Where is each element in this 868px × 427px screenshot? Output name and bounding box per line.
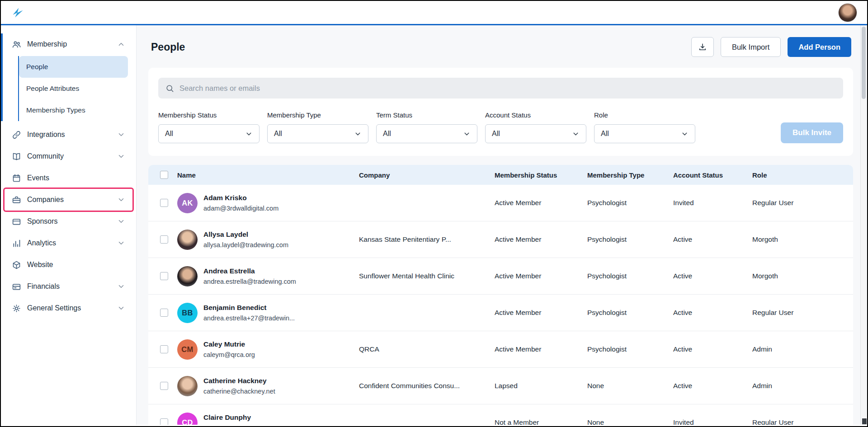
cell-membership-status: Active Member — [495, 345, 587, 353]
row-checkbox[interactable] — [160, 235, 168, 244]
row-checkbox[interactable] — [160, 345, 168, 353]
sidebar-item-companies[interactable]: Companies — [5, 189, 132, 211]
sidebar-subitem-people[interactable]: People — [19, 56, 128, 78]
row-checkbox[interactable] — [160, 418, 168, 425]
main-content: People Bulk Import Add Person — [137, 25, 860, 425]
account-status-select[interactable]: All — [485, 124, 586, 143]
cell-role: Morgoth — [752, 272, 853, 280]
sidebar-item-events[interactable]: Events — [5, 167, 132, 189]
bulk-import-button[interactable]: Bulk Import — [721, 37, 781, 57]
cell-role: Regular User — [752, 199, 853, 207]
briefcase-icon — [12, 195, 21, 205]
export-download-button[interactable] — [691, 37, 714, 57]
cell-membership-status: Active Member — [495, 272, 587, 280]
chevron-up-icon — [117, 40, 125, 48]
select-all-checkbox[interactable] — [160, 171, 168, 179]
search-input[interactable] — [179, 84, 836, 93]
table-row[interactable]: Allysa Laydel allysa.laydel@tradewing.co… — [148, 221, 853, 258]
cell-membership-type: Psychologist — [587, 199, 673, 207]
sidebar-item-label: Sponsors — [27, 217, 58, 225]
cell-account-status: Invited — [673, 418, 752, 425]
chevron-down-icon — [117, 152, 125, 160]
sidebar-item-website[interactable]: Website — [5, 254, 132, 276]
vertical-scrollbar[interactable] — [860, 25, 867, 425]
membership-status-select[interactable]: All — [158, 124, 259, 143]
scrollbar-thumb[interactable] — [862, 27, 866, 99]
row-checkbox[interactable] — [160, 309, 168, 317]
table-row[interactable]: Andrea Estrella andrea.estrella@tradewin… — [148, 258, 853, 295]
avatar-initials: BB — [177, 303, 198, 323]
cell-account-status: Active — [673, 309, 752, 317]
app-logo[interactable] — [11, 6, 24, 19]
table-row[interactable]: BB Benjamin Benedict andrea.estrella+27@… — [148, 295, 853, 331]
membership-type-select[interactable]: All — [267, 124, 368, 143]
avatar-photo — [177, 230, 198, 250]
table-row[interactable]: CD Claire Dunphy asvestrella+1@gmail.com… — [148, 404, 853, 425]
cell-company: Kansas State Penitentiary P... — [359, 235, 495, 244]
table-row[interactable]: CM Caley Mutrie caleym@qrca.org QRCA Act… — [148, 331, 853, 368]
calendar-icon — [12, 174, 21, 183]
cell-company: QRCA — [359, 345, 495, 353]
search-box — [158, 78, 843, 99]
app-window: { "colors": { "accent": "#1467c8", "anno… — [0, 0, 868, 427]
cell-company: Confident Communities Consu... — [359, 382, 495, 390]
chevron-down-icon — [572, 130, 580, 138]
column-header-name: Name — [177, 171, 359, 179]
sidebar-item-general-settings[interactable]: General Settings — [5, 297, 132, 319]
table-header-row: Name Company Membership Status Membershi… — [148, 165, 853, 185]
book-icon — [12, 152, 21, 161]
role-select[interactable]: All — [594, 124, 695, 143]
filter-account-status: Account Status All — [485, 111, 586, 143]
sidebar-item-sponsors[interactable]: Sponsors — [5, 211, 132, 232]
credit-card-icon — [12, 282, 21, 291]
avatar-initials: CD — [177, 413, 198, 425]
add-person-button[interactable]: Add Person — [788, 37, 851, 57]
sidebar-item-label: Membership — [27, 40, 67, 48]
person-email: adam@3rdwalldigital.com — [203, 205, 359, 212]
person-name: Claire Dunphy — [203, 413, 359, 422]
column-header-company: Company — [359, 171, 495, 179]
sidebar-item-membership[interactable]: Membership — [5, 33, 132, 55]
person-name: Catherine Hackney — [203, 377, 359, 385]
sidebar-subitem-membership-types[interactable]: Membership Types — [19, 99, 128, 121]
sidebar-item-financials[interactable]: Financials — [5, 276, 132, 297]
cell-account-status: Active — [673, 272, 752, 280]
avatar-photo — [177, 376, 198, 396]
cell-membership-status: Not a Member — [495, 418, 587, 425]
cell-role: Regular User — [752, 418, 853, 425]
cell-membership-status: Active Member — [495, 309, 587, 317]
page-header: People Bulk Import Add Person — [151, 37, 851, 57]
chevron-down-icon — [117, 282, 125, 291]
sidebar-item-label: Community — [27, 152, 64, 160]
cell-membership-type: Psychologist — [587, 309, 673, 317]
sidebar-item-community[interactable]: Community — [5, 145, 132, 167]
row-checkbox[interactable] — [160, 382, 168, 390]
user-avatar[interactable] — [838, 3, 857, 22]
person-email: allysa.laydel@tradewing.com — [203, 241, 359, 249]
cell-account-status: Active — [673, 382, 752, 390]
cell-membership-type: Psychologist — [587, 235, 673, 244]
cell-membership-type: Psychologist — [587, 272, 673, 280]
sidebar-item-integrations[interactable]: Integrations — [5, 124, 132, 145]
filter-label: Term Status — [376, 111, 477, 119]
sidebar-subitem-people-attributes[interactable]: People Attributes — [19, 78, 128, 99]
chevron-down-icon — [117, 196, 125, 204]
sidebar-item-analytics[interactable]: Analytics — [5, 232, 132, 254]
table-row[interactable]: Catherine Hackney catherine@chackney.net… — [148, 368, 853, 404]
person-email: andrea.estrella@tradewing.com — [203, 278, 359, 285]
sidebar-group-membership: Membership People People Attributes Memb… — [1, 33, 136, 121]
bulk-invite-button[interactable]: Bulk Invite — [781, 122, 843, 143]
avatar-photo — [177, 266, 198, 286]
sidebar-item-label: Financials — [27, 282, 60, 291]
select-value: All — [165, 130, 173, 138]
person-email: asvestrella+1@gmail.com — [203, 424, 359, 425]
filter-label: Role — [594, 111, 695, 119]
select-value: All — [601, 130, 609, 138]
people-table: Name Company Membership Status Membershi… — [148, 165, 853, 425]
chevron-down-icon — [117, 239, 125, 247]
term-status-select[interactable]: All — [376, 124, 477, 143]
row-checkbox[interactable] — [160, 199, 168, 207]
row-checkbox[interactable] — [160, 272, 168, 280]
table-body: AK Adam Krisko adam@3rdwalldigital.com A… — [148, 185, 853, 425]
table-row[interactable]: AK Adam Krisko adam@3rdwalldigital.com A… — [148, 185, 853, 221]
